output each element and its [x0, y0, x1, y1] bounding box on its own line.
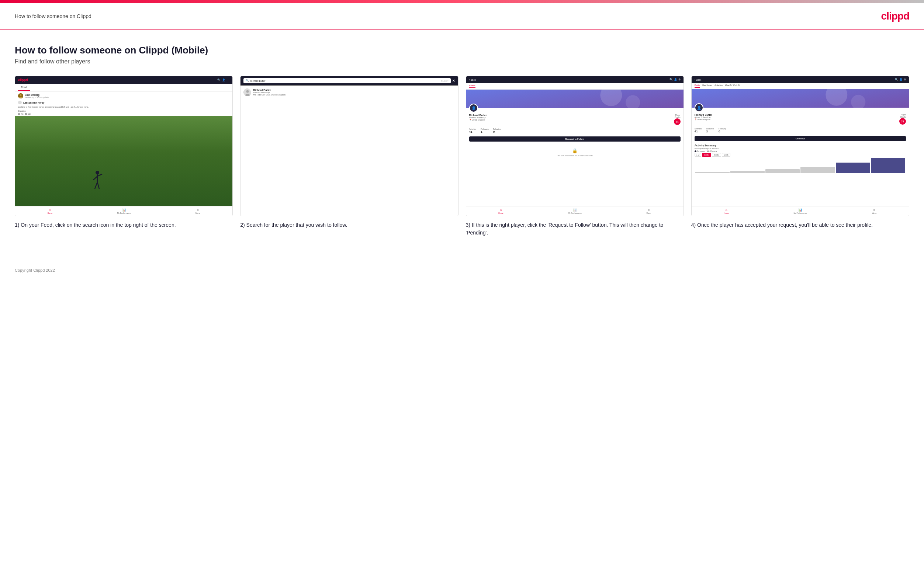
- svg-line-6: [97, 174, 102, 176]
- s1-tab-bar: Feed: [15, 84, 233, 92]
- bar-3: [766, 169, 800, 173]
- step-2-caption: 2) Search for the player that you wish t…: [240, 221, 458, 229]
- s4-btn-1yr[interactable]: 1 yr: [695, 153, 701, 157]
- step-3-caption: 3) If this is the right player, click th…: [466, 221, 684, 237]
- s4-time-btns: 1 yr 6 mths 3 mths 1 mth: [695, 153, 906, 157]
- s4-profile-avatar: 👤: [695, 103, 703, 112]
- menu-icon: ⋮: [227, 79, 229, 82]
- s2-search-text: Richard Butler: [250, 80, 440, 82]
- s2-search-bar[interactable]: 🔍 Richard Butler CLEAR: [244, 78, 451, 83]
- s3-nav-menu[interactable]: ≡ Menu: [646, 208, 651, 214]
- step-3-screenshot: ‹ Back 🔍 👤 ⚙ Profile: [466, 76, 684, 216]
- main-content: How to follow someone on Clippd (Mobile)…: [0, 30, 924, 259]
- step-2: 🔍 Richard Butler CLEAR ✕: [240, 76, 458, 237]
- step-2-screenshot: 🔍 Richard Butler CLEAR ✕: [240, 76, 458, 216]
- footer: Copyright Clippd 2022: [0, 259, 924, 280]
- s4-tab-activities[interactable]: Activities: [714, 84, 723, 88]
- header: How to follow someone on Clippd clippd: [0, 3, 924, 30]
- s4-nav-home[interactable]: ⌂ Home: [724, 208, 729, 214]
- step-4-phone: ‹ Back 🔍 👤 ⚙ Profile Dashboard Activitie…: [691, 76, 909, 216]
- header-title: How to follow someone on Clippd: [15, 13, 92, 19]
- user-icon: 👤: [222, 79, 225, 82]
- s4-legend: On course Off course: [695, 150, 906, 152]
- logo: clippd: [881, 10, 909, 22]
- s4-activity-summary: Activity Summary Monthly Activity - 6 Mo…: [691, 143, 909, 174]
- step-4-caption: 4) Once the player has accepted your req…: [691, 221, 909, 229]
- s3-stat-activities: Activities 41: [469, 128, 477, 134]
- s4-btn-1mth[interactable]: 1 mth: [722, 153, 730, 157]
- page-subheading: Find and follow other players: [15, 58, 909, 65]
- s1-duration-value: 01 hr : 30 min: [15, 113, 233, 116]
- s1-nav-menu[interactable]: ≡ Menu: [195, 208, 200, 214]
- search-icon[interactable]: 🔍: [895, 78, 898, 81]
- s4-stats: Activities 41 Followers 2 Following 0: [691, 126, 909, 135]
- s2-result[interactable]: Richard Butler Above 5 Handicap Mill Rid…: [241, 85, 458, 99]
- s3-tab-profile[interactable]: Profile: [469, 84, 475, 88]
- on-course-label: On course: [697, 150, 705, 152]
- s1-user-name: Blair McHarg: [25, 93, 49, 96]
- s1-nav-home[interactable]: ⌂ Home: [48, 208, 52, 214]
- s4-profile-info: Richard Butler Above 5 Handicap 📍 United…: [691, 108, 909, 126]
- s4-tab-whattowork[interactable]: What To Work O: [725, 84, 740, 88]
- s3-stat-following: Following 0: [493, 128, 501, 134]
- bar-1: [695, 172, 730, 173]
- s3-follow-btn[interactable]: Request to Follow: [469, 136, 680, 142]
- s3-back-btn[interactable]: ‹ Back: [469, 79, 476, 81]
- search-icon[interactable]: 🔍: [217, 79, 221, 82]
- s1-desc: Looking to feel like my hands are exitin…: [15, 105, 233, 109]
- step-1-phone: clippd 🔍 👤 ⋮ Feed: [15, 76, 233, 216]
- svg-point-10: [246, 90, 249, 93]
- s4-tab-profile[interactable]: Profile: [695, 84, 701, 88]
- s1-golf-image: [15, 116, 233, 206]
- search-icon: 🔍: [246, 79, 249, 82]
- s1-nav-performance[interactable]: 📊 My Performance: [117, 208, 131, 214]
- s4-legend-oncourse: On course: [695, 150, 705, 152]
- s3-profile-location: 📍 United Kingdom: [469, 119, 487, 121]
- s1-feed-tab[interactable]: Feed: [18, 84, 30, 91]
- search-icon[interactable]: 🔍: [669, 78, 673, 81]
- s3-privacy-notice: 🔒 This user has chosen not to share thei…: [469, 145, 680, 160]
- s1-lesson-row: Lesson with Fordy: [15, 100, 233, 105]
- s4-tab-dashboard[interactable]: Dashboard: [702, 84, 712, 88]
- settings-icon: ⚙: [904, 78, 906, 81]
- s4-legend-offcourse: Off course: [707, 150, 717, 152]
- s4-tab-bar: Profile Dashboard Activities What To Wor…: [691, 83, 909, 89]
- step-3-phone: ‹ Back 🔍 👤 ⚙ Profile: [466, 76, 683, 216]
- s3-icons: 🔍 👤 ⚙: [669, 78, 680, 81]
- s2-result-info: Richard Butler Above 5 Handicap Mill Rid…: [253, 89, 286, 96]
- s4-unfollow-btn[interactable]: Unfollow: [695, 136, 906, 141]
- bar-6: [871, 158, 905, 173]
- s4-nav-performance[interactable]: 📊 My Performance: [793, 208, 807, 214]
- svg-point-1: [20, 94, 22, 96]
- s3-quality-badge: 74: [674, 118, 680, 125]
- user-icon: 👤: [674, 78, 677, 81]
- s3-nav-home[interactable]: ⌂ Home: [498, 208, 503, 214]
- page-heading: How to follow someone on Clippd (Mobile): [15, 45, 909, 56]
- s2-clear-btn[interactable]: CLEAR: [441, 80, 448, 82]
- s4-bar-chart: [695, 158, 906, 173]
- step-3: ‹ Back 🔍 👤 ⚙ Profile: [466, 76, 684, 237]
- s4-profile-location: 📍 United Kingdom: [695, 118, 712, 121]
- off-course-label: Off course: [710, 150, 717, 152]
- s4-btn-3mths[interactable]: 3 mths: [712, 153, 721, 157]
- s1-lesson-title: Lesson with Fordy: [23, 102, 44, 104]
- step-4: ‹ Back 🔍 👤 ⚙ Profile Dashboard Activitie…: [691, 76, 909, 237]
- golfer-svg: [91, 170, 104, 192]
- s4-nav-menu[interactable]: ≡ Menu: [872, 208, 877, 214]
- s4-quality-label: PlayerQuality: [899, 114, 906, 118]
- s4-btn-6mths[interactable]: 6 mths: [702, 153, 711, 157]
- s3-nav-performance[interactable]: 📊 My Performance: [568, 208, 582, 214]
- s2-topbar: 🔍 Richard Butler CLEAR ✕: [241, 76, 458, 85]
- s3-stats: Activities 41 Followers 1 Following 0: [466, 126, 683, 135]
- s3-profile-avatar: 👤: [469, 103, 478, 113]
- s2-close-btn[interactable]: ✕: [452, 79, 455, 82]
- step-1: clippd 🔍 👤 ⋮ Feed: [15, 76, 233, 237]
- s4-back-btn[interactable]: ‹ Back: [695, 79, 701, 81]
- s3-bottom-nav: ⌂ Home 📊 My Performance ≡ Menu: [466, 206, 683, 216]
- s4-cover-photo: 👤: [691, 89, 909, 108]
- step-1-caption: 1) On your Feed, click on the search ico…: [15, 221, 233, 229]
- lock-icon: 🔒: [572, 148, 578, 153]
- s4-quality-badge: 74: [899, 118, 906, 125]
- s1-user-info: Blair McHarg Yesterday · Sunningdale: [25, 93, 49, 98]
- s3-tab-bar: Profile: [466, 83, 683, 90]
